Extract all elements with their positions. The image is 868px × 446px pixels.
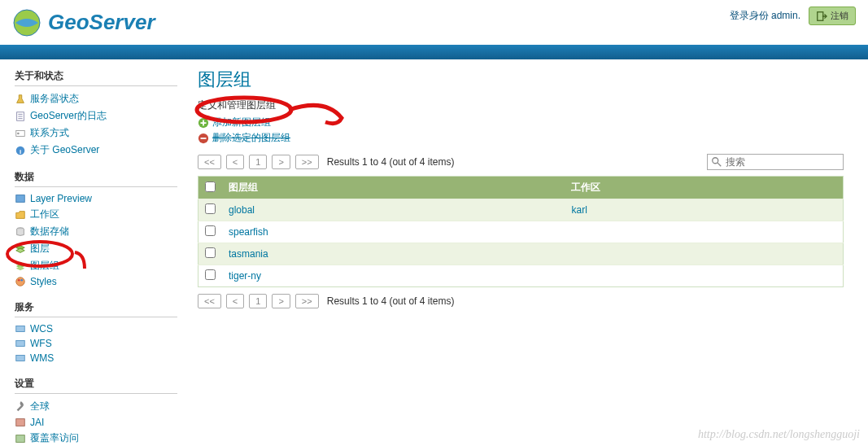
layer-group-icon (15, 260, 26, 272)
sidebar-section-about: 关于和状态 服务器状态 GeoServer的日志 联系方式 i关于 GeoSer… (15, 69, 177, 159)
section-title: 设置 (15, 377, 177, 394)
svg-point-14 (18, 279, 20, 282)
svg-rect-19 (16, 419, 25, 426)
sidebar-item-stores[interactable]: 数据存储 (15, 223, 177, 240)
sidebar-item-wcs[interactable]: WCS (15, 321, 177, 336)
group-link[interactable]: tasmania (229, 248, 268, 260)
sidebar-item-about[interactable]: i关于 GeoServer (15, 142, 177, 159)
sidebar-item-server-status[interactable]: 服务器状态 (15, 90, 177, 107)
select-all-checkbox[interactable] (205, 181, 216, 192)
grid-icon (15, 433, 26, 444)
sidebar-item-layers[interactable]: 图层 (15, 240, 177, 257)
svg-point-13 (16, 278, 25, 286)
section-title: 服务 (15, 300, 177, 317)
svg-rect-16 (16, 326, 25, 332)
pager-prev[interactable]: < (226, 294, 244, 308)
globe-icon (12, 8, 41, 37)
link[interactable]: WMS (30, 352, 54, 364)
pager-first[interactable]: << (198, 294, 221, 308)
link[interactable]: Styles (30, 276, 57, 287)
pager-prev[interactable]: < (226, 155, 244, 169)
sidebar-section-data: 数据 Layer Preview 工作区 数据存储 图层 图层组 Styles (15, 170, 177, 289)
link[interactable]: 关于 GeoServer (30, 143, 99, 157)
link[interactable]: 联系方式 (30, 126, 69, 140)
header-group[interactable]: 图层组 (222, 177, 565, 199)
brand-text: GeoServer (48, 10, 155, 35)
search-icon (711, 156, 722, 168)
wrench-icon (15, 401, 26, 413)
link[interactable]: 覆盖率访问 (30, 431, 79, 445)
link[interactable]: GeoServer的日志 (30, 109, 107, 123)
page-title: 图层组 (198, 68, 844, 92)
sidebar-item-coverage[interactable]: 覆盖率访问 (15, 430, 177, 446)
sidebar-item-logs[interactable]: GeoServer的日志 (15, 107, 177, 125)
pager-next[interactable]: > (272, 294, 290, 308)
header-workspace[interactable]: 工作区 (565, 177, 843, 199)
sidebar-item-workspaces[interactable]: 工作区 (15, 206, 177, 223)
table-row: tasmania (198, 243, 844, 265)
table-header-row: 图层组 工作区 (198, 177, 844, 199)
search-input[interactable] (726, 156, 840, 168)
link[interactable]: Layer Preview (30, 193, 92, 204)
main-content: 图层组 定义和管理图层组 添加新图层组 删除选定的图层组 << < 1 > >>… (185, 59, 868, 446)
pager-last[interactable]: >> (295, 155, 319, 169)
sidebar: 关于和状态 服务器状态 GeoServer的日志 联系方式 i关于 GeoSer… (0, 59, 185, 446)
sidebar-item-global[interactable]: 全球 (15, 398, 177, 415)
svg-rect-17 (16, 341, 25, 347)
pager-page[interactable]: 1 (249, 294, 267, 308)
row-checkbox[interactable] (205, 225, 216, 236)
login-info: 登录身份 admin. (730, 9, 800, 23)
link[interactable]: 图层 (30, 242, 50, 256)
workspace-link[interactable]: karl (571, 204, 587, 216)
pager-last[interactable]: >> (295, 294, 319, 308)
sidebar-item-wms[interactable]: WMS (15, 351, 177, 365)
info-icon: i (15, 145, 26, 156)
results-text: Results 1 to 4 (out of 4 items) (327, 295, 455, 307)
table-row: global karl (198, 199, 844, 221)
document-icon (15, 111, 26, 122)
add-layergroup-link[interactable]: 添加新图层组 (198, 116, 844, 129)
pager-first[interactable]: << (198, 155, 221, 169)
group-link[interactable]: global (229, 204, 255, 216)
group-link[interactable]: tiger-ny (229, 270, 261, 282)
link[interactable]: 图层组 (30, 259, 59, 273)
pager-next[interactable]: > (272, 155, 290, 169)
logout-button[interactable]: 注销 (809, 7, 856, 25)
row-checkbox[interactable] (205, 269, 216, 280)
link[interactable]: JAI (30, 417, 44, 428)
layergroup-table: 图层组 工作区 global karl spearfish tasmania (198, 176, 844, 287)
sidebar-item-layer-preview[interactable]: Layer Preview (15, 191, 177, 206)
pager-page[interactable]: 1 (249, 155, 267, 169)
link[interactable]: 工作区 (30, 208, 59, 221)
remove-label[interactable]: 删除选定的图层组 (212, 131, 290, 145)
database-icon (15, 226, 26, 238)
svg-rect-2 (818, 11, 823, 20)
layers-icon (15, 243, 26, 255)
watermark: http://blog.csdn.net/longshengguoji (698, 428, 860, 441)
search-box[interactable] (707, 154, 844, 170)
link[interactable]: WFS (30, 338, 52, 349)
svg-rect-11 (16, 195, 25, 203)
remove-layergroup-link[interactable]: 删除选定的图层组 (198, 131, 844, 145)
link[interactable]: 服务器状态 (30, 92, 79, 106)
results-text: Results 1 to 4 (out of 4 items) (327, 156, 455, 168)
table-row: spearfish (198, 221, 844, 243)
svg-point-15 (20, 279, 23, 282)
row-checkbox[interactable] (205, 247, 216, 258)
group-link[interactable]: spearfish (229, 226, 268, 238)
sidebar-item-layer-groups[interactable]: 图层组 (15, 257, 177, 274)
palette-icon (15, 276, 26, 287)
row-checkbox[interactable] (205, 203, 216, 214)
sidebar-item-jai[interactable]: JAI (15, 415, 177, 430)
link[interactable]: WCS (30, 323, 53, 334)
add-label[interactable]: 添加新图层组 (212, 116, 271, 129)
table-row: tiger-ny (198, 265, 844, 287)
logo[interactable]: GeoServer (12, 8, 155, 37)
sidebar-item-contact[interactable]: 联系方式 (15, 125, 177, 142)
pager-bottom: << < 1 > >> Results 1 to 4 (out of 4 ite… (198, 294, 844, 308)
link[interactable]: 全球 (30, 400, 50, 413)
sidebar-item-wfs[interactable]: WFS (15, 336, 177, 351)
sidebar-item-styles[interactable]: Styles (15, 274, 177, 289)
card-icon (15, 128, 26, 139)
link[interactable]: 数据存储 (30, 225, 69, 238)
